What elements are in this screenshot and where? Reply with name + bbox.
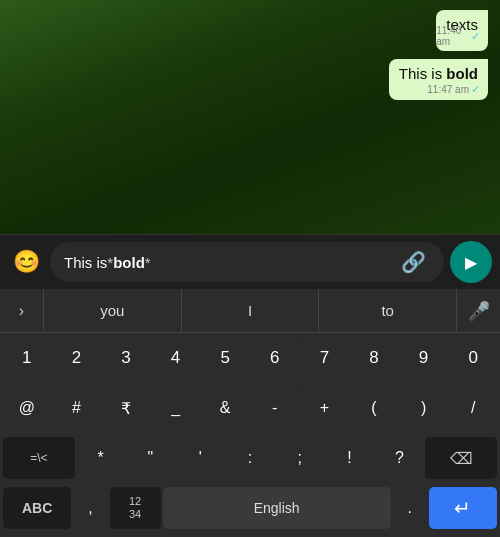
asterisk-close: * [145,254,151,271]
abc-key[interactable]: ABC [3,487,71,529]
key-minus[interactable]: - [251,387,299,429]
input-text-normal: This is [64,254,107,271]
message-bubble-1: texts 11:40 am ✓ [436,10,488,51]
enter-icon: ↵ [454,496,471,520]
message-2-timestamp: 11:47 am ✓ [427,83,480,96]
symbol-row-1: @ # ₹ _ & - + ( ) / [0,383,500,433]
key-rupee[interactable]: ₹ [102,387,150,429]
key-question[interactable]: ? [375,437,423,479]
backspace-icon: ⌫ [450,449,473,468]
key-ampersand[interactable]: & [201,387,249,429]
key-exclaim[interactable]: ! [326,437,374,479]
suggestions-list: you I to [44,289,456,333]
bottom-row: ABC , 12 34 English . ↵ [0,483,500,533]
keyboard: › you I to 🎤 1 2 3 4 5 6 7 8 9 0 @ [0,289,500,537]
key-semicolon[interactable]: ; [276,437,324,479]
number-row: 1 2 3 4 5 6 7 8 9 0 [0,333,500,383]
mic-icon: 🎤 [468,300,490,322]
chat-background: texts 11:40 am ✓ This is bold 11:47 am ✓ [0,0,500,234]
message-2-bold: bold [446,65,478,82]
key-open-paren[interactable]: ( [350,387,398,429]
input-text-bold: bold [113,254,145,271]
key-close-paren[interactable]: ) [400,387,448,429]
chevron-right-icon: › [19,302,24,320]
message-text-input[interactable]: This is *bold* 🔗 [50,242,444,282]
double-check-icon-2: ✓ [471,83,480,96]
mic-button[interactable]: 🎤 [456,289,500,333]
emoji-button[interactable]: 😊 [8,244,44,280]
key-hash[interactable]: # [53,387,101,429]
message-input-area: 😊 This is *bold* 🔗 ▶ [0,234,500,289]
key-colon[interactable]: : [226,437,274,479]
key-doublequote[interactable]: " [127,437,175,479]
attach-button[interactable]: 🔗 [401,250,426,274]
key-3[interactable]: 3 [102,337,150,379]
key-slash[interactable]: / [449,387,497,429]
key-5[interactable]: 5 [201,337,249,379]
send-icon: ▶ [465,253,477,272]
key-singlequote[interactable]: ' [176,437,224,479]
key-9[interactable]: 9 [400,337,448,379]
key-underscore[interactable]: _ [152,387,200,429]
key-7[interactable]: 7 [301,337,349,379]
expand-suggestions-button[interactable]: › [0,289,44,333]
message-bubble-2: This is bold 11:47 am ✓ [389,59,488,100]
key-asterisk[interactable]: * [77,437,125,479]
abc-label: ABC [22,500,52,516]
symbol-row-2: =\< * " ' : ; ! ? ⌫ [0,433,500,483]
suggestion-to[interactable]: to [319,289,456,333]
backspace-key[interactable]: ⌫ [425,437,497,479]
space-label: English [254,500,300,516]
key-8[interactable]: 8 [350,337,398,379]
key-comma[interactable]: , [73,487,107,529]
key-at[interactable]: @ [3,387,51,429]
suggestion-i[interactable]: I [182,289,320,333]
message-1-timestamp: 11:40 am ✓ [436,25,480,47]
key-numpad[interactable]: 12 34 [110,487,161,529]
message-2-prefix: This is [399,65,447,82]
suggestion-you[interactable]: you [44,289,182,333]
double-check-icon: ✓ [471,30,480,43]
send-button[interactable]: ▶ [450,241,492,283]
key-0[interactable]: 0 [449,337,497,379]
key-4[interactable]: 4 [152,337,200,379]
key-2[interactable]: 2 [53,337,101,379]
key-period[interactable]: . [393,487,427,529]
space-key[interactable]: English [163,487,391,529]
key-6[interactable]: 6 [251,337,299,379]
key-1[interactable]: 1 [3,337,51,379]
suggestion-bar: › you I to 🎤 [0,289,500,333]
key-symbols-toggle[interactable]: =\< [3,437,75,479]
enter-key[interactable]: ↵ [429,487,497,529]
message-2-text: This is bold [399,65,478,82]
key-plus[interactable]: + [301,387,349,429]
